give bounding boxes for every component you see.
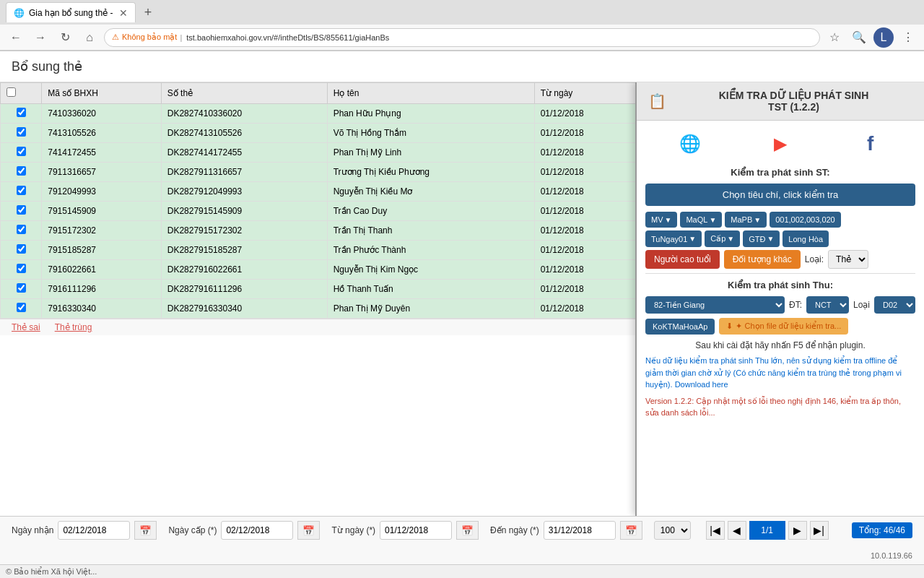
tu-ngay-field: Từ ngày (*) 📅 (331, 521, 479, 540)
page-content: Bổ sung thẻ Mã số BHXH Số thẻ Họ tên Từ … (0, 51, 924, 578)
user-icon[interactable]: L (873, 27, 894, 48)
kokt-button[interactable]: KoKTMaHoaAp (645, 319, 715, 335)
mv-button[interactable]: MV ▼ (645, 212, 677, 228)
kokt-row: KoKTMaHoaAp ⬇ ✦ Chọn file dữ liệu kiểm t… (645, 318, 915, 335)
chon-tieu-chi-button[interactable]: Chọn tiêu chí, click kiểm tra (645, 184, 915, 206)
ngay-cap-input[interactable] (221, 521, 293, 540)
row-checkbox-cell[interactable] (1, 163, 42, 182)
row-checkbox[interactable] (17, 186, 26, 195)
row-checkbox-cell[interactable] (1, 202, 42, 221)
page-title: Bổ sung thẻ (12, 59, 82, 74)
url-text: tst.baohiemxahoi.gov.vn/#/intheDtls/BS/8… (186, 33, 812, 42)
row-checkbox-cell[interactable] (1, 221, 42, 241)
cell-tu-ngay: 01/12/2018 (534, 280, 640, 299)
province-select[interactable]: 82-Tiền Giang (645, 296, 785, 314)
row-checkbox-cell[interactable] (1, 182, 42, 202)
prev-page-btn[interactable]: ◀ (728, 521, 746, 540)
den-ngay-input[interactable] (544, 521, 616, 540)
filter-row3: Người cao tuổi Đối tượng khác Loại: Thẻ (645, 250, 915, 269)
cell-ho-ten: Trần Phước Thành (327, 241, 534, 260)
copyright-bar: © Bảo hiểm Xã hội Việt... (0, 564, 924, 578)
the-sai-link[interactable]: Thẻ sai (12, 322, 40, 332)
zoom-icon[interactable]: 🔍 (849, 27, 869, 48)
new-tab-button[interactable]: + (139, 3, 157, 22)
next-page-btn[interactable]: ▶ (788, 521, 807, 540)
row-checkbox[interactable] (17, 147, 26, 156)
cell-so-the: DK2827916330340 (161, 299, 327, 319)
select-all-checkbox[interactable] (6, 87, 16, 97)
the-trung-link[interactable]: Thẻ trùng (55, 322, 92, 332)
mapb-button[interactable]: MaPB ▼ (725, 212, 767, 228)
bookmark-icon[interactable]: ☆ (824, 27, 845, 48)
home-button[interactable]: ⌂ (79, 27, 100, 48)
refresh-button[interactable]: ↻ (55, 27, 75, 48)
ngay-cap-cal-btn[interactable]: 📅 (297, 521, 320, 540)
page-size-select[interactable]: 100 (654, 521, 691, 540)
address-bar[interactable]: ⚠ Không bảo mật | tst.baohiemxahoi.gov.v… (104, 28, 820, 47)
loai2-select[interactable]: D02 (874, 296, 915, 314)
menu-icon[interactable]: ⋮ (898, 27, 918, 48)
longhoa-button[interactable]: Long Hòa (783, 230, 829, 247)
row-checkbox-cell[interactable] (1, 241, 42, 260)
row-checkbox-cell[interactable] (1, 104, 42, 124)
cell-ma-so: 7915145909 (42, 202, 161, 221)
cell-ma-so: 7916330340 (42, 299, 161, 319)
forward-button[interactable]: → (30, 27, 51, 48)
first-page-btn[interactable]: |◀ (706, 521, 725, 540)
cell-ma-so: 7912049993 (42, 182, 161, 202)
cell-ma-so: 7915185287 (42, 241, 161, 260)
ngay-cap-field: Ngày cấp (*) 📅 (168, 521, 320, 540)
security-warning: ⚠ Không bảo mật | (112, 33, 182, 42)
row-checkbox[interactable] (17, 283, 26, 293)
gtd-button[interactable]: GTĐ ▼ (743, 230, 780, 247)
tab-close-btn[interactable]: ✕ (119, 7, 128, 19)
tu-ngay-input[interactable] (380, 521, 452, 540)
loai-select[interactable]: Thẻ (828, 250, 868, 269)
col-ma-so-bhxh: Mã số BHXH (42, 83, 161, 104)
cell-ma-so: 7916022661 (42, 260, 161, 280)
side-panel: 📋 KIỂM TRA DỮ LIỆU PHÁT SINH TST (1.2.2)… (635, 82, 924, 516)
ngay-nhan-cal-btn[interactable]: 📅 (134, 521, 157, 540)
nguoicaotuoi-button[interactable]: Người cao tuổi (645, 250, 720, 269)
row-checkbox-cell[interactable] (1, 124, 42, 143)
row-checkbox[interactable] (17, 303, 26, 312)
row-checkbox-cell[interactable] (1, 299, 42, 319)
cell-ho-ten: Nguyễn Thị Kiều Mơ (327, 182, 534, 202)
den-ngay-cal-btn[interactable]: 📅 (620, 521, 642, 540)
active-tab[interactable]: 🌐 Gia hạn bổ sung thẻ - ✕ (6, 2, 136, 22)
facebook-icon[interactable]: f (853, 129, 889, 158)
cell-tu-ngay: 01/12/2018 (534, 221, 640, 241)
row-checkbox[interactable] (17, 205, 26, 215)
page-current-input[interactable] (749, 521, 785, 540)
tab-bar: 🌐 Gia hạn bổ sung thẻ - ✕ + (0, 0, 924, 25)
row-checkbox[interactable] (17, 244, 26, 254)
chon-file-button[interactable]: ⬇ ✦ Chọn file dữ liệu kiểm tra... (719, 318, 848, 335)
dt-select[interactable]: NCT (806, 296, 849, 314)
cap-button[interactable]: Cấp ▼ (705, 230, 740, 247)
ngay-nhan-input[interactable] (58, 521, 130, 540)
last-page-btn[interactable]: ▶| (810, 521, 829, 540)
row-checkbox[interactable] (17, 225, 26, 234)
tungay-button[interactable]: TuNgay01 ▼ (645, 230, 702, 247)
doituongkhac-button[interactable]: Đối tượng khác (724, 250, 801, 269)
col-checkbox (1, 83, 42, 104)
globe-icon[interactable]: 🌐 (672, 129, 708, 158)
cell-tu-ngay: 01/12/2018 (534, 202, 640, 221)
bottom-bar: Ngày nhận 📅 Ngày cấp (*) 📅 Từ ngày (*) 📅… (0, 516, 924, 564)
cell-ma-so: 7915172302 (42, 221, 161, 241)
row-checkbox[interactable] (17, 166, 26, 176)
row-checkbox[interactable] (17, 127, 26, 137)
version-text: Version 1.2.2: Cập nhật một số lỗi theo … (645, 395, 915, 419)
row-checkbox[interactable] (17, 264, 26, 273)
row-checkbox-cell[interactable] (1, 143, 42, 163)
row-checkbox[interactable] (17, 108, 26, 117)
youtube-icon[interactable]: ▶ (762, 129, 798, 158)
row-checkbox-cell[interactable] (1, 260, 42, 280)
ngay-cap-label: Ngày cấp (*) (168, 525, 217, 535)
tu-ngay-cal-btn[interactable]: 📅 (456, 521, 479, 540)
back-button[interactable]: ← (6, 27, 26, 48)
row-checkbox-cell[interactable] (1, 280, 42, 299)
cell-ho-ten: Phan Thị Mỹ Duyên (327, 299, 534, 319)
code-button[interactable]: 001,002,003,020 (770, 212, 841, 228)
maql-button[interactable]: MaQL ▼ (680, 212, 722, 228)
